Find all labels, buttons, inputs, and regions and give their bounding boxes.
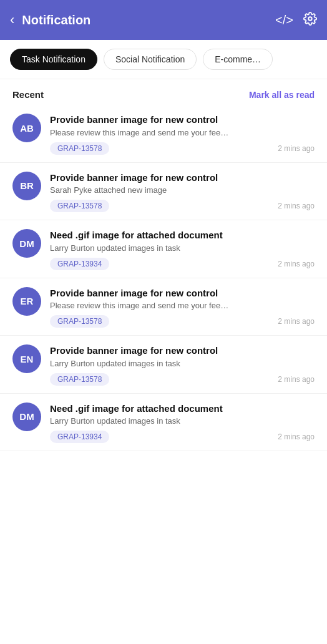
notification-time: 2 mins ago	[278, 260, 315, 268]
tab-task-notification[interactable]: Task Notification	[10, 49, 97, 70]
notification-subtitle: Please review this image and send me you…	[50, 301, 315, 310]
notification-content: Need .gif image for attached document La…	[50, 402, 315, 444]
back-button[interactable]: ‹	[10, 12, 14, 28]
avatar: DM	[12, 229, 41, 258]
code-icon[interactable]: </>	[275, 13, 293, 27]
tab-ecommerce[interactable]: E-comme…	[203, 49, 273, 70]
tab-social-notification[interactable]: Social Notification	[104, 49, 197, 70]
notification-subtitle: Larry Burton updated images in task	[50, 243, 315, 253]
notification-content: Provide banner image for new control Lar…	[50, 344, 315, 386]
notification-time: 2 mins ago	[278, 375, 315, 384]
notification-title: Need .gif image for attached document	[50, 402, 315, 415]
notification-time: 2 mins ago	[278, 317, 315, 326]
notification-footer: GRAP-13578 2 mins ago	[50, 142, 315, 155]
notification-item[interactable]: DM Need .gif image for attached document…	[0, 220, 327, 278]
notification-item[interactable]: EN Provide banner image for new control …	[0, 336, 327, 394]
notification-content: Provide banner image for new control Sar…	[50, 172, 315, 213]
notification-footer: GRAP-13934 2 mins ago	[50, 258, 315, 270]
tab-bar: Task Notification Social Notification E-…	[0, 40, 327, 79]
notification-footer: GRAP-13578 2 mins ago	[50, 315, 315, 328]
header-icons: </>	[275, 12, 317, 29]
notification-subtitle: Larry Burton updated images in task	[50, 359, 315, 368]
notification-subtitle: Larry Burton updated images in task	[50, 416, 315, 426]
notification-title: Provide banner image for new control	[50, 114, 315, 126]
avatar: DM	[12, 402, 41, 431]
notification-tag[interactable]: GRAP-13578	[50, 373, 109, 386]
notification-time: 2 mins ago	[278, 144, 315, 153]
notification-item[interactable]: BR Provide banner image for new control …	[0, 163, 327, 221]
header: ‹ Notification </>	[0, 0, 327, 40]
notification-item[interactable]: ER Provide banner image for new control …	[0, 278, 327, 336]
notification-title: Provide banner image for new control	[50, 287, 315, 300]
notification-subtitle: Please review this image and send me you…	[50, 128, 315, 137]
section-label: Recent	[12, 89, 44, 100]
notification-time: 2 mins ago	[278, 202, 315, 210]
svg-point-0	[308, 17, 312, 21]
notification-tag[interactable]: GRAP-13578	[50, 142, 109, 155]
section-header: Recent Mark all as read	[0, 79, 327, 105]
notification-tag[interactable]: GRAP-13934	[50, 258, 109, 270]
notification-content: Provide banner image for new control Ple…	[50, 287, 315, 328]
header-title: Notification	[22, 13, 275, 27]
notification-tag[interactable]: GRAP-13934	[50, 431, 109, 443]
notification-subtitle: Sarah Pyke attached new image	[50, 185, 315, 195]
settings-icon[interactable]	[303, 12, 317, 29]
notification-title: Need .gif image for attached document	[50, 229, 315, 242]
notification-footer: GRAP-13578 2 mins ago	[50, 200, 315, 212]
notification-content: Need .gif image for attached document La…	[50, 229, 315, 270]
notification-item[interactable]: AB Provide banner image for new control …	[0, 105, 327, 163]
notification-title: Provide banner image for new control	[50, 344, 315, 357]
avatar: EN	[12, 344, 41, 373]
notification-time: 2 mins ago	[278, 432, 315, 441]
notification-item[interactable]: DM Need .gif image for attached document…	[0, 394, 327, 452]
mark-all-read-button[interactable]: Mark all as read	[249, 90, 315, 100]
avatar: ER	[12, 287, 41, 316]
notification-tag[interactable]: GRAP-13578	[50, 315, 109, 328]
notification-list: AB Provide banner image for new control …	[0, 105, 327, 451]
notification-footer: GRAP-13578 2 mins ago	[50, 373, 315, 386]
avatar: BR	[12, 172, 41, 200]
notification-title: Provide banner image for new control	[50, 172, 315, 184]
notification-tag[interactable]: GRAP-13578	[50, 200, 109, 212]
avatar: AB	[12, 114, 41, 142]
notification-footer: GRAP-13934 2 mins ago	[50, 431, 315, 443]
notification-content: Provide banner image for new control Ple…	[50, 114, 315, 155]
